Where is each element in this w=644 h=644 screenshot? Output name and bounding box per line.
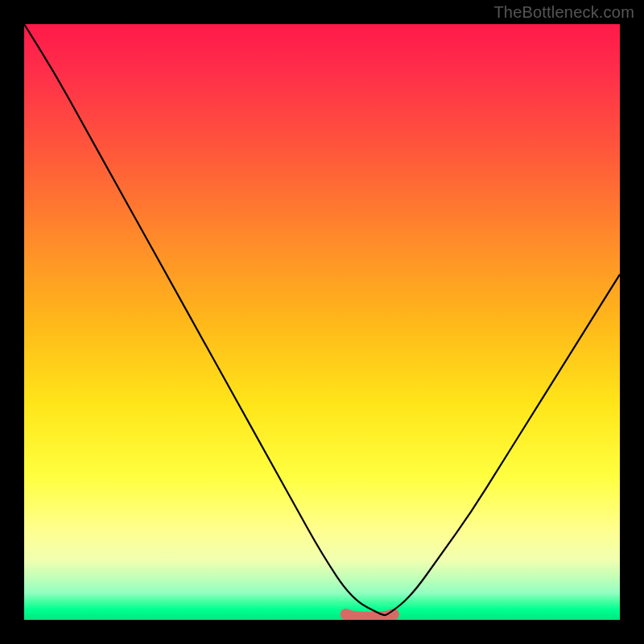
watermark-text: TheBottleneck.com xyxy=(493,3,634,22)
bottleneck-curve xyxy=(24,24,620,615)
plot-area xyxy=(24,24,620,620)
chart-svg xyxy=(24,24,620,620)
